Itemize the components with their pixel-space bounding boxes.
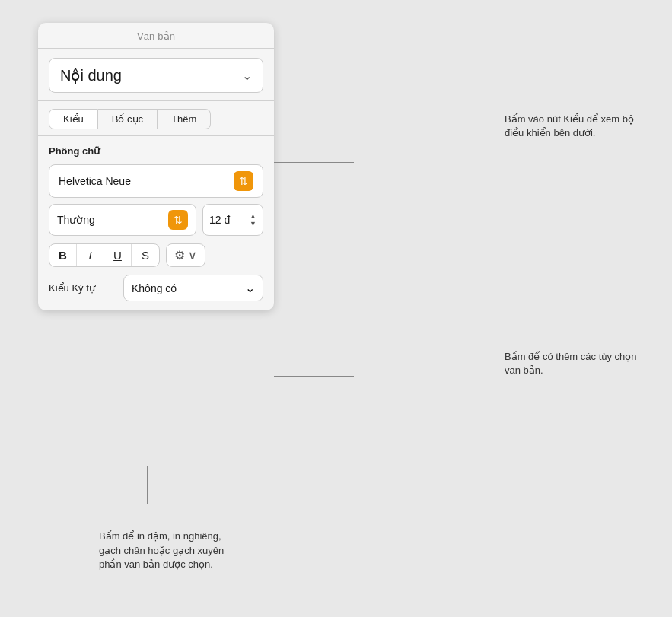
font-name-dropdown[interactable]: Helvetica Neue ⇅ bbox=[49, 164, 263, 198]
annotation-more-options: Bấm để có thêm các tùy chọn văn bản. bbox=[505, 350, 642, 377]
chevron-down-icon: ⌄ bbox=[245, 281, 255, 295]
content-dropdown-label: Nội dung bbox=[60, 66, 122, 84]
char-style-value: Không có bbox=[132, 282, 177, 294]
content-dropdown[interactable]: Nội dung ⌄ bbox=[49, 58, 263, 93]
chevron-down-icon: ⌄ bbox=[242, 68, 252, 83]
connector-tabs-line bbox=[274, 162, 354, 163]
size-up-icon[interactable]: ▲ bbox=[250, 213, 256, 220]
annotation-format-buttons: Bấm để in đậm, in nghiêng, gạch chân hoặ… bbox=[99, 530, 236, 571]
gear-icon: ⚙ bbox=[174, 248, 185, 262]
panel-title: Văn bản bbox=[38, 23, 274, 49]
font-size-label: 12 đ bbox=[209, 214, 230, 226]
tabs-row: Kiểu Bố cục Thêm bbox=[38, 101, 274, 136]
connector-bottom-line bbox=[147, 466, 148, 504]
format-group: B I U S bbox=[49, 243, 160, 267]
font-style-dropdown[interactable]: Thường ⇅ bbox=[49, 204, 196, 236]
annotation-tabs: Bấm vào nút Kiểu để xem bộ điều khiển bê… bbox=[505, 113, 642, 140]
italic-button[interactable]: I bbox=[77, 244, 104, 266]
strikethrough-button[interactable]: S bbox=[132, 244, 159, 266]
font-style-label: Thường bbox=[57, 214, 95, 226]
connector-more-line bbox=[274, 376, 354, 377]
font-size-stepper[interactable]: ▲ ▼ bbox=[250, 213, 256, 227]
font-name-row: Helvetica Neue ⇅ bbox=[49, 164, 263, 198]
char-style-label: Kiểu Ký tự bbox=[49, 282, 117, 294]
format-row: B I U S ⚙ ∨ bbox=[49, 243, 263, 267]
style-stepper-icon[interactable]: ⇅ bbox=[168, 210, 188, 230]
tab-them[interactable]: Thêm bbox=[158, 109, 211, 129]
char-style-row: Kiểu Ký tự Không có ⌄ bbox=[49, 275, 263, 301]
more-options-button[interactable]: ⚙ ∨ bbox=[166, 243, 205, 267]
char-style-dropdown[interactable]: Không có ⌄ bbox=[123, 275, 263, 301]
font-size-box[interactable]: 12 đ ▲ ▼ bbox=[202, 204, 263, 236]
tab-kieu[interactable]: Kiểu bbox=[49, 109, 98, 129]
content-dropdown-row: Nội dung ⌄ bbox=[38, 49, 274, 101]
font-stepper-icon[interactable]: ⇅ bbox=[234, 171, 253, 191]
font-style-row: Thường ⇅ 12 đ ▲ ▼ bbox=[49, 204, 263, 236]
font-name-label: Helvetica Neue bbox=[59, 175, 131, 187]
bold-button[interactable]: B bbox=[49, 244, 77, 266]
text-panel: Văn bản Nội dung ⌄ Kiểu Bố cục Thêm Phôn… bbox=[38, 23, 274, 310]
underline-button[interactable]: U bbox=[104, 244, 132, 266]
font-section-label: Phông chữ bbox=[49, 145, 263, 157]
font-section: Phông chữ Helvetica Neue ⇅ Thường ⇅ 12 đ… bbox=[38, 136, 274, 310]
chevron-down-icon: ∨ bbox=[188, 248, 197, 262]
tab-bo-cuc[interactable]: Bố cục bbox=[98, 109, 158, 129]
size-down-icon[interactable]: ▼ bbox=[250, 221, 256, 227]
